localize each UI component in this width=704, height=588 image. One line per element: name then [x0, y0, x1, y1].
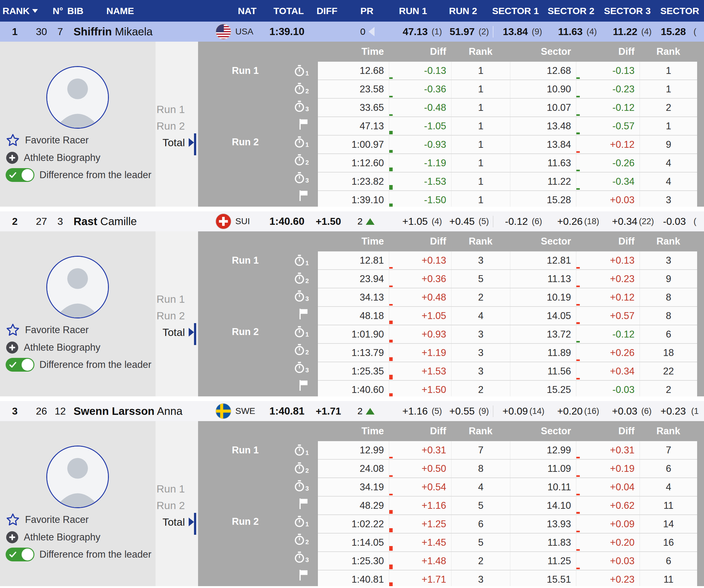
sector3-value: +0.03	[601, 406, 637, 417]
split-rank: 2	[451, 552, 510, 570]
plus-circle-icon	[6, 151, 19, 164]
checkpoint-number: 3	[305, 295, 309, 303]
split-row: 1:01.90+0.93313.72-0.126	[318, 325, 697, 344]
nat-column-header[interactable]: NAT	[225, 6, 269, 16]
split-checkpoint-2: 2	[276, 530, 313, 548]
sector2-column-header[interactable]: SECTOR 2	[543, 6, 599, 16]
sector-diff: -0.34	[576, 172, 640, 191]
sector-time: 10.07	[510, 99, 576, 116]
racer-summary-row[interactable]: 1 30 7 Shiffrin Mikaela USA 1:39.10 0 47…	[0, 21, 704, 42]
racer-number: 30	[30, 26, 53, 38]
racer-sector4-cell: -0.03 (	[655, 216, 704, 227]
tab-run2[interactable]: Run 2	[156, 118, 198, 134]
splits-area: Run 1 Run 2 123123 Time Diff Rank Sector…	[198, 42, 704, 207]
tab-run2[interactable]: Run 2	[156, 497, 198, 514]
difference-from-leader-option[interactable]: Difference from the leader	[6, 548, 152, 562]
splits-table-header: Time Diff Rank Sector Diff Rank	[318, 231, 697, 252]
sector1-column-header[interactable]: SECTOR 1	[488, 6, 543, 16]
diff-magnitude-tick	[576, 132, 580, 134]
favorite-racer-option[interactable]: Favorite Racer	[6, 323, 152, 337]
splits-table: Time Diff Rank Sector Diff Rank 12.81+0.…	[318, 231, 697, 396]
rank-column-header[interactable]: RANK	[0, 6, 49, 16]
tab-run2[interactable]: Run 2	[156, 308, 198, 324]
sector-rank: 16	[640, 534, 697, 551]
split-row: 48.29+1.16514.10+0.6211	[318, 496, 697, 515]
split-row: 1:13.79+1.19311.89+0.2618	[318, 344, 697, 362]
diff-magnitude-tick	[576, 494, 580, 495]
finish-checkpoint	[276, 376, 313, 394]
pr-column-header[interactable]: PR	[346, 6, 388, 16]
diff-magnitude-tick	[389, 546, 393, 551]
diff-magnitude-tick	[389, 150, 393, 153]
athlete-biography-option[interactable]: Athlete Biography	[6, 151, 152, 164]
sector-rank: 3	[640, 252, 697, 269]
sector-rank: 4	[640, 478, 697, 496]
sector-time: 11.25	[510, 552, 576, 570]
tab-run1[interactable]: Run 1	[156, 291, 198, 308]
athlete-silhouette-icon	[47, 446, 108, 507]
sector4-column-header[interactable]: SECTOR	[655, 6, 704, 16]
difference-from-leader-option[interactable]: Difference from the leader	[6, 358, 152, 372]
sector1-value: 13.84	[493, 26, 528, 38]
name-column-header[interactable]: NAME	[94, 6, 225, 16]
split-diff: +1.05	[389, 307, 451, 325]
sector-rank-col-header: Rank	[640, 236, 697, 247]
diff-magnitude-tick	[576, 77, 580, 79]
sector1-rank: (6)	[528, 217, 546, 226]
racer-nation-code: SWE	[232, 406, 258, 416]
split-time: 12.81	[318, 252, 389, 269]
favorite-racer-option[interactable]: Favorite Racer	[6, 513, 152, 527]
total-column-header[interactable]: TOTAL	[269, 6, 308, 16]
split-rank: 3	[451, 571, 510, 586]
athlete-biography-option[interactable]: Athlete Biography	[6, 341, 152, 354]
diff-magnitude-tick	[389, 167, 393, 171]
split-rank: 4	[451, 307, 510, 325]
racer-total-diff: +1.50	[308, 216, 344, 227]
number-column-header[interactable]: N°	[49, 6, 67, 16]
split-diff: +0.50	[389, 460, 451, 477]
diff-magnitude-tick	[576, 568, 580, 569]
checkpoint-number: 3	[305, 177, 309, 184]
run2-value: 51.97	[446, 26, 475, 38]
sector-diff: +0.13	[576, 252, 640, 269]
racer-position-change: 2	[344, 216, 377, 227]
view-tab-strip: Run 1 Run 2 Total	[156, 421, 198, 586]
diff-magnitude-tick	[389, 393, 393, 396]
diff-magnitude-tick	[576, 114, 580, 116]
view-tab-strip: Run 1 Run 2 Total	[156, 42, 198, 207]
run2-column-header[interactable]: RUN 2	[438, 6, 488, 16]
sector2-value: +0.26	[546, 216, 583, 227]
run2-rank: (5)	[475, 217, 493, 226]
split-time: 1:25.30	[318, 552, 389, 570]
split-checkpoint-3: 3	[276, 169, 313, 186]
diff-magnitude-tick	[576, 170, 580, 171]
racer-rank: 1	[0, 26, 30, 38]
split-row: 23.94+0.36511.13+0.239	[318, 270, 697, 288]
tab-run1[interactable]: Run 1	[156, 481, 198, 497]
tab-run1[interactable]: Run 1	[156, 101, 198, 118]
split-rank: 3	[451, 362, 510, 380]
sector-time: 10.11	[510, 478, 576, 496]
run2-section-label: Run 2	[232, 513, 279, 530]
racer-last-name: Shiffrin	[73, 25, 112, 38]
active-tab-indicator	[194, 513, 196, 535]
bib-column-header[interactable]: BIB	[67, 6, 94, 16]
diff-column-header[interactable]: DIFF	[308, 6, 346, 16]
favorite-racer-option[interactable]: Favorite Racer	[6, 133, 152, 148]
split-time: 24.08	[318, 460, 389, 477]
split-time: 23.58	[318, 80, 389, 98]
racer-summary-row[interactable]: 2 27 3 Rast Camille SUI 1:40.60 +1.50 2 …	[0, 211, 704, 231]
sector-diff: -0.12	[576, 325, 640, 343]
run1-column-header[interactable]: RUN 1	[388, 6, 438, 16]
sector-diff: +0.12	[576, 288, 640, 306]
stopwatch-icon	[294, 516, 305, 528]
racer-summary-row[interactable]: 3 26 12 Swenn Larsson Anna SWE 1:40.81 +…	[0, 401, 704, 421]
difference-toggle-on[interactable]	[6, 358, 35, 372]
racer-block: 2 27 3 Rast Camille SUI 1:40.60 +1.50 2 …	[0, 211, 704, 396]
sector3-column-header[interactable]: SECTOR 3	[599, 6, 655, 16]
difference-toggle-on[interactable]	[6, 168, 35, 182]
checkpoint-number: 2	[305, 349, 309, 356]
difference-toggle-on[interactable]	[6, 548, 35, 562]
difference-from-leader-option[interactable]: Difference from the leader	[6, 168, 152, 182]
athlete-biography-option[interactable]: Athlete Biography	[6, 531, 152, 544]
